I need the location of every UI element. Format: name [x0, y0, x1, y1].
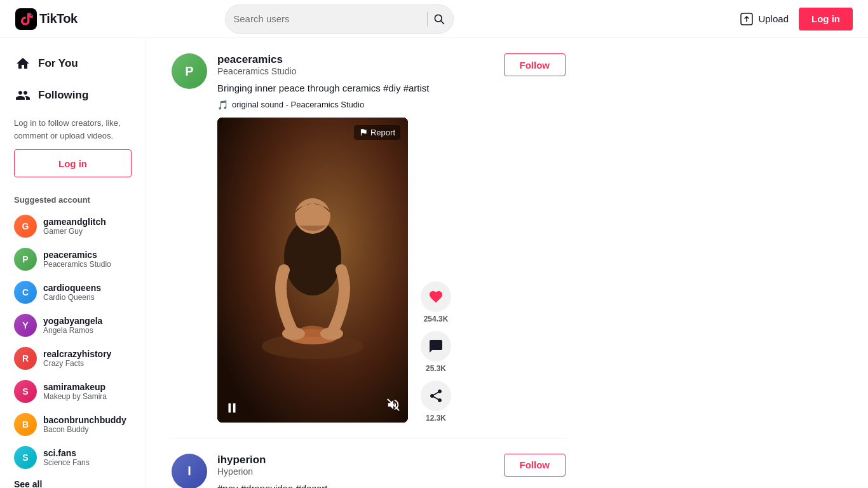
suggested-section-title: Suggested account	[5, 187, 140, 210]
header: TikTok Upload Log in	[0, 0, 868, 38]
display-realcrazyhistory: Crazy Facts	[43, 359, 132, 368]
header-right: Upload Log in	[739, 8, 853, 30]
pause-button-peaceramics[interactable]	[225, 401, 239, 415]
sidebar-item-following[interactable]: Following	[5, 80, 140, 111]
share-icon-circle	[421, 381, 451, 411]
avatar-peaceramics: P	[14, 248, 37, 271]
display-yogabyangela: Angela Ramos	[43, 326, 132, 335]
upload-icon	[739, 11, 754, 27]
see-all-button[interactable]: See all	[5, 474, 140, 488]
video-post-ihyperion: I ihyperion Hyperion Follow #pov #dronev…	[172, 438, 566, 489]
avatar-baconbrunchbuddy: B	[14, 413, 37, 436]
avatar-yogabyangela: Y	[14, 314, 37, 337]
upload-label: Upload	[758, 13, 789, 24]
home-icon	[14, 55, 32, 72]
logo[interactable]: TikTok	[15, 8, 78, 30]
svg-point-9	[282, 327, 305, 340]
username-peaceramics: peaceramics	[43, 250, 132, 260]
svg-point-10	[320, 327, 343, 340]
display-scifans: Science Fans	[43, 458, 132, 467]
svg-rect-11	[229, 403, 231, 412]
avatar-gameandglitch: G	[14, 215, 37, 238]
sound-name-peaceramics: original sound - Peaceramics Studio	[232, 100, 364, 109]
post-content-peaceramics: peaceramics Peaceramics Studio Follow Br…	[217, 53, 566, 423]
comment-icon-circle	[421, 331, 451, 362]
comment-count-peaceramics: 25.3K	[426, 364, 446, 373]
post-sound-peaceramics[interactable]: 🎵 original sound - Peaceramics Studio	[217, 100, 566, 110]
suggested-account-baconbrunchbuddy[interactable]: B baconbrunchbuddy Bacon Buddy	[5, 408, 140, 441]
heart-icon	[428, 289, 444, 304]
post-description-ihyperion: #pov #dronevideo #desert	[217, 482, 566, 489]
post-username-ihyperion[interactable]: ihyperion	[217, 454, 266, 466]
suggested-account-realcrazyhistory[interactable]: R realcrazyhistory Crazy Facts	[5, 342, 140, 375]
avatar-realcrazyhistory: R	[14, 347, 37, 370]
search-icon	[433, 13, 445, 25]
username-cardioqueens: cardioqueens	[43, 283, 132, 293]
svg-rect-12	[233, 403, 236, 412]
comment-action-peaceramics[interactable]: 25.3K	[421, 331, 451, 373]
username-gameandglitch: gameandglitch	[43, 217, 132, 227]
suggested-account-peaceramics[interactable]: P peaceramics Peaceramics Studio	[5, 243, 140, 276]
follow-button-ihyperion[interactable]: Follow	[504, 454, 566, 477]
search-button[interactable]	[433, 13, 445, 25]
avatar-cardioqueens: C	[14, 281, 37, 304]
post-avatar-ihyperion[interactable]: I	[172, 454, 207, 489]
logo-text: TikTok	[39, 11, 78, 26]
username-scifans: sci.fans	[43, 448, 132, 458]
display-baconbrunchbuddy: Bacon Buddy	[43, 425, 132, 434]
display-cardioqueens: Cardio Queens	[43, 293, 132, 302]
video-post-peaceramics: P peaceramics Peaceramics Studio Follow …	[172, 38, 566, 438]
sidebar-login-button[interactable]: Log in	[14, 149, 132, 177]
following-icon	[14, 86, 32, 104]
share-action-peaceramics[interactable]: 12.3K	[421, 381, 451, 423]
like-action-peaceramics[interactable]: 254.3K	[421, 281, 451, 323]
post-display-peaceramics: Peaceramics Studio	[217, 66, 297, 76]
login-prompt-text: Log in to follow creators, like, comment…	[5, 112, 140, 187]
tiktok-logo-icon	[15, 8, 37, 30]
share-count-peaceramics: 12.3K	[426, 414, 446, 423]
avatar-scifans: S	[14, 446, 37, 469]
suggested-account-gameandglitch[interactable]: G gameandglitch Gamer Guy	[5, 210, 140, 243]
upload-button[interactable]: Upload	[739, 11, 789, 27]
post-header-peaceramics: peaceramics Peaceramics Studio Follow	[217, 53, 566, 76]
video-background-ceramics	[217, 118, 408, 423]
ceramics-svg	[217, 118, 408, 423]
sidebar-label-following: Following	[38, 89, 88, 102]
suggested-account-scifans[interactable]: S sci.fans Science Fans	[5, 441, 140, 474]
username-realcrazyhistory: realcrazyhistory	[43, 349, 132, 359]
svg-rect-0	[15, 8, 37, 30]
like-count-peaceramics: 254.3K	[424, 315, 449, 323]
video-player-peaceramics[interactable]: Report	[217, 118, 408, 423]
avatar-samiramakeup: S	[14, 380, 37, 403]
post-username-peaceramics[interactable]: peaceramics	[217, 53, 297, 66]
suggested-account-yogabyangela[interactable]: Y yogabyangela Angela Ramos	[5, 309, 140, 342]
post-description-peaceramics: Bringing inner peace through ceramics #d…	[217, 81, 566, 96]
search-divider	[427, 11, 428, 27]
search-input[interactable]	[233, 13, 422, 24]
username-yogabyangela: yogabyangela	[43, 316, 132, 326]
mute-button-peaceramics[interactable]	[386, 398, 400, 415]
login-button[interactable]: Log in	[799, 8, 853, 30]
suggested-account-cardioqueens[interactable]: C cardioqueens Cardio Queens	[5, 276, 140, 309]
search-bar	[225, 4, 454, 34]
sidebar-item-for-you[interactable]: For You	[5, 48, 140, 79]
mute-icon	[386, 398, 400, 412]
flag-icon	[359, 128, 368, 137]
username-samiramakeup: samiramakeup	[43, 382, 132, 392]
report-button-peaceramics[interactable]: Report	[354, 125, 400, 140]
post-content-ihyperion: ihyperion Hyperion Follow #pov #dronevid…	[217, 454, 566, 489]
svg-line-2	[441, 20, 444, 24]
main-content: For You Following Log in to follow creat…	[0, 38, 868, 488]
post-display-ihyperion: Hyperion	[217, 466, 266, 477]
music-note-icon: 🎵	[217, 100, 228, 110]
post-header-ihyperion: ihyperion Hyperion Follow	[217, 454, 566, 477]
username-baconbrunchbuddy: baconbrunchbuddy	[43, 415, 132, 425]
comment-icon	[428, 339, 444, 354]
video-with-actions-peaceramics: Report	[217, 118, 566, 423]
sidebar-label-for-you: For You	[38, 57, 78, 70]
post-actions-peaceramics: 254.3K 25.3K 12.3K	[421, 276, 451, 423]
pause-icon	[225, 401, 239, 415]
follow-button-peaceramics[interactable]: Follow	[504, 53, 566, 76]
post-avatar-peaceramics[interactable]: P	[172, 53, 207, 89]
suggested-account-samiramakeup[interactable]: S samiramakeup Makeup by Samira	[5, 375, 140, 408]
